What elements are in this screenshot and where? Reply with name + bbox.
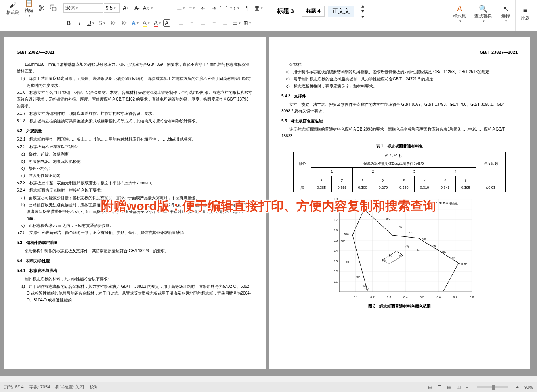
style-body[interactable]: 正文文 <box>328 6 354 17</box>
superscript-button[interactable]: X2 <box>108 18 118 28</box>
font-name-select[interactable]: 宋体 <box>63 3 103 13</box>
svg-text:0.3: 0.3 <box>334 259 338 263</box>
bold-button[interactable]: B <box>63 18 74 28</box>
layout-label: 排版 <box>521 15 529 21</box>
paste-button[interactable]: 📋 粘贴 <box>22 0 36 20</box>
svg-text:0.4: 0.4 <box>403 296 408 299</box>
svg-text:620: 620 <box>452 257 456 259</box>
list-item: b) 明显的气泡、划痕或其他损伤; <box>17 158 253 165</box>
select-button[interactable]: ↖ 选择 <box>499 2 513 25</box>
borders-button[interactable]: ⊞ <box>242 18 252 28</box>
para-shading-button[interactable]: ▭ <box>231 18 241 28</box>
zoom-thumb[interactable] <box>492 385 495 390</box>
svg-text:(2): (2) <box>389 253 392 257</box>
svg-text:520: 520 <box>352 205 357 208</box>
style-scroll-down-button[interactable]: ▾ <box>357 8 368 14</box>
heading: 5.2 外观质量 <box>17 127 253 134</box>
spell-check[interactable]: 拼写检查: 关闭 <box>55 384 84 390</box>
svg-text:490: 490 <box>346 261 350 263</box>
align-center-button[interactable]: ≡ <box>187 18 197 28</box>
list-item: d) 逆反射性能不均匀。 <box>17 172 253 179</box>
format-painter-button[interactable]: 🖌 格式刷 <box>5 0 21 20</box>
view-read-button[interactable]: ◫ <box>457 384 461 390</box>
change-case-button[interactable]: Aa <box>143 3 153 13</box>
list-item: d) 用于制作标志底板的合成树脂类板材，其力学性能应符合GB/T 24721.5… <box>281 76 518 82</box>
svg-text:D_6E  45/0  -表面色: D_6E 45/0 -表面色 <box>435 202 457 205</box>
increase-font-button[interactable]: A+ <box>120 3 131 13</box>
char-border-button[interactable]: A <box>163 19 170 27</box>
para: 5.2.4 标志板面为反光膜时，拼接符合以下要求: <box>17 187 253 194</box>
align-justify-button[interactable]: ≡ <box>209 18 219 28</box>
align-right-button[interactable]: ☰ <box>198 18 208 28</box>
zoom-out-button[interactable]: − <box>466 385 468 390</box>
svg-text:470: 470 <box>363 284 367 287</box>
view-outline-button[interactable]: ☰ <box>438 384 441 390</box>
page-number[interactable]: 页码: 6/14 <box>4 384 24 390</box>
align-left-button[interactable]: ☰ <box>176 18 186 28</box>
svg-line-4 <box>41 7 42 8</box>
svg-text:0.8: 0.8 <box>334 208 338 211</box>
view-print-button[interactable]: ▤ <box>428 384 432 390</box>
svg-text:0.1: 0.1 <box>334 280 338 284</box>
zoom-slider[interactable] <box>477 386 508 388</box>
list-item: c) 距标志板边缘5 cm 之内，不应有贯通的拼接缝。 <box>17 222 253 229</box>
style-more-button[interactable]: ▾ <box>357 14 368 19</box>
copy-icon <box>50 4 57 11</box>
style-icon: A <box>455 4 464 13</box>
zoom-level[interactable]: 90% <box>524 385 533 390</box>
italic-button[interactable]: I <box>75 18 85 28</box>
page-header: GB/T 23827—2021 <box>17 49 253 56</box>
numbering-button[interactable]: ≡ <box>187 3 197 13</box>
svg-point-43 <box>352 235 353 236</box>
para: 150mm±50 mm,且滑槽端部应加强铆接以分散应力。铆钉形状应符合GB/T8… <box>17 61 253 74</box>
zoom-in-button[interactable]: + <box>516 385 519 390</box>
svg-text:530: 530 <box>366 207 370 210</box>
heading: 5.5 标志板面色度性能 <box>281 118 518 124</box>
svg-point-49 <box>443 291 444 291</box>
para: 金型材; <box>281 61 518 68</box>
decrease-indent-button[interactable]: ⇤ <box>198 3 208 13</box>
view-web-button[interactable]: ▦ <box>447 384 451 390</box>
svg-text:550: 550 <box>386 217 390 220</box>
para: 采用钢构件制作的标志底板及支撑件，其防腐层质量应符合 GB/T18226 的要求… <box>17 247 253 254</box>
para: 5.2.1 标志板的字符、图形块……板上……其他……用的各种材料应具有相容性，…… <box>17 136 253 143</box>
find-replace-button[interactable]: 🔍 查找替换 <box>473 2 493 25</box>
format-painter-label: 格式刷 <box>6 10 19 15</box>
text-effect-button[interactable]: A <box>130 18 140 28</box>
style-heading4[interactable]: 标题 4 <box>302 6 325 17</box>
bullets-button[interactable]: ☰ <box>176 3 186 13</box>
underline-button[interactable]: U <box>86 18 96 28</box>
subscript-button[interactable]: X2 <box>119 18 129 28</box>
style-set-button[interactable]: A 样式集 <box>451 2 468 25</box>
svg-point-47 <box>435 248 436 249</box>
strike-button[interactable]: S <box>97 18 107 28</box>
para: 5.1.7 标志立柱为钢构件时，顶部应加盖柱帽。柱帽结构尺寸应符合设计要求。 <box>17 110 253 117</box>
chromaticity-chart: 0.10.20.30.40.50.60.70.80.10.20.30.40.50… <box>324 196 475 299</box>
copy-button[interactable] <box>48 3 58 13</box>
para: 逆反射式板面黑膜的普通材料色应符合GB 2893的要求，黑膜色品坐标和亮度因数应… <box>281 126 518 139</box>
style-scroll-up-button[interactable]: ▴ <box>357 3 368 8</box>
proofing[interactable]: 校对 <box>90 384 98 390</box>
font-size-select[interactable]: 9.5 <box>104 3 120 13</box>
font-color-button[interactable]: A <box>152 18 162 28</box>
page-header: GB/T 23827—2021 <box>281 49 518 56</box>
svg-text:(4): (4) <box>405 245 409 248</box>
show-marks-button[interactable]: ¶ <box>242 3 252 13</box>
svg-text:460: 460 <box>364 287 369 290</box>
search-icon: 🔍 <box>479 4 487 13</box>
cursor-icon: ↖ <box>501 4 510 13</box>
style-heading3[interactable]: 标题 3 <box>273 6 298 17</box>
heading: 5.4.2 支撑件 <box>281 93 518 99</box>
shading-button[interactable]: ▦ <box>253 3 264 13</box>
distribute-button[interactable]: ☰ <box>220 18 230 28</box>
sort-button[interactable]: ⋮⋮ <box>220 3 230 13</box>
svg-text:0.6: 0.6 <box>437 296 441 299</box>
decrease-font-button[interactable]: A- <box>132 3 142 13</box>
cut-button[interactable] <box>37 3 47 13</box>
line-height-button[interactable]: ↕ <box>231 3 241 13</box>
para: 5.2.2 标志板面不应存在以下缺陷: <box>17 143 253 150</box>
highlight-button[interactable]: A <box>141 18 151 28</box>
style-gallery[interactable]: 标题 3 标题 4 正文文 ▴ ▾ ▾ <box>269 2 446 21</box>
layout-button[interactable]: ≡ 排版 <box>518 2 532 25</box>
word-count[interactable]: 字数: 7054 <box>29 384 50 390</box>
